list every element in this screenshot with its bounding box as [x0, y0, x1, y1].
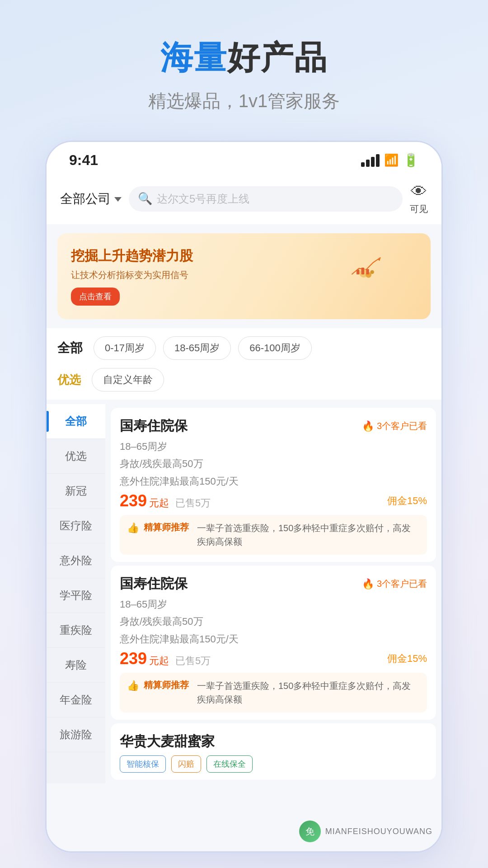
- banner-title: 挖掘上升趋势潜力股: [71, 247, 349, 265]
- svg-rect-6: [366, 269, 369, 274]
- top-nav: 全部公司 🔍 达尔文5号再度上线 👁 可见: [47, 173, 441, 224]
- filter-tag-0-17[interactable]: 0-17周岁: [94, 336, 156, 360]
- company-selector[interactable]: 全部公司: [60, 190, 122, 208]
- hero-title-blue: 海量: [160, 39, 227, 75]
- main-area: 全部 优选 新冠 医疗险 意外险 学平险 重疾险 寿险 年金险 旅游险: [47, 404, 441, 783]
- phone-wrapper: 9:41 📶 🔋 全部公司 🔍: [0, 132, 488, 868]
- banner-chart-svg: [349, 254, 385, 281]
- search-bar[interactable]: 🔍 达尔文5号再度上线: [129, 186, 403, 212]
- chevron-down-icon: [114, 197, 122, 202]
- status-bar: 9:41 📶 🔋: [47, 142, 441, 173]
- product-2-sold: 已售5万: [175, 655, 211, 666]
- thumbs-up-icon-1: 👍: [127, 522, 139, 534]
- eye-button[interactable]: 👁 可见: [410, 182, 428, 215]
- sidebar-item-xinguan[interactable]: 新冠: [47, 474, 105, 509]
- product-1-header: 国寿住院保 🔥 3个客户已看: [120, 417, 427, 435]
- eye-label: 可见: [410, 203, 428, 215]
- filter-tag-custom-age[interactable]: 自定义年龄: [92, 368, 164, 392]
- sidebar-item-shouxi[interactable]: 寿险: [47, 648, 105, 683]
- filter-tag-18-65[interactable]: 18-65周岁: [163, 336, 231, 360]
- sidebar-item-youxuan[interactable]: 优选: [47, 439, 105, 474]
- sidebar-item-yiliao[interactable]: 医疗险: [47, 509, 105, 543]
- hero-section: 海量好产品 精选爆品，1v1管家服务: [0, 0, 488, 132]
- status-time: 9:41: [69, 152, 98, 169]
- filter-row-1: 全部 0-17周岁 18-65周岁 66-100周岁: [47, 328, 441, 368]
- watermark-logo: 免: [299, 821, 321, 842]
- banner-button[interactable]: 点击查看: [71, 288, 120, 306]
- filter-area: 全部 0-17周岁 18-65周岁 66-100周岁 优选 自定义年龄: [47, 328, 441, 400]
- filter-all-label[interactable]: 全部: [57, 340, 83, 357]
- products-column: 国寿住院保 🔥 3个客户已看 18–65周岁 身故/残疾最高50万 意外住院津贴…: [105, 404, 441, 783]
- battery-icon: 🔋: [403, 153, 419, 168]
- eye-icon: 👁: [411, 182, 427, 201]
- sidebar-item-nianjin[interactable]: 年金险: [47, 683, 105, 717]
- fire-icon-2: 🔥: [362, 578, 374, 590]
- product-1-price-unit: 元起: [149, 497, 169, 509]
- company-label: 全部公司: [60, 190, 111, 208]
- fire-icon-1: 🔥: [362, 420, 374, 432]
- product-2-recommendation: 👍 精算师推荐 一辈子首选重疾险，150多种轻中重症多次赔付，高发疾病高保额: [120, 673, 427, 712]
- sidebar: 全部 优选 新冠 医疗险 意外险 学平险 重疾险 寿险 年金险 旅游险: [47, 404, 105, 783]
- filter-row-2: 优选 自定义年龄: [47, 368, 441, 400]
- product-2-header: 国寿住院保 🔥 3个客户已看: [120, 575, 427, 593]
- product-1-hot: 🔥 3个客户已看: [362, 420, 427, 432]
- hero-subtitle: 精选爆品，1v1管家服务: [27, 89, 461, 113]
- hero-title-rest: 好产品: [227, 39, 328, 75]
- svg-point-3: [370, 270, 374, 274]
- product-2-hot-text: 3个客户已看: [377, 578, 427, 590]
- product-1-rec-label: 精算师推荐: [144, 521, 189, 533]
- sidebar-item-xueping[interactable]: 学平险: [47, 578, 105, 613]
- tag-shancei: 闪赔: [171, 755, 201, 773]
- product-1-price-row: 239 元起 已售5万 佣金15%: [120, 491, 427, 510]
- filter-tag-66-100[interactable]: 66-100周岁: [238, 336, 312, 360]
- product-1-sold: 已售5万: [175, 497, 211, 509]
- product-1-rec-text: 一辈子首选重疾险，150多种轻中重症多次赔付，高发疾病高保额: [197, 521, 420, 548]
- product-3-tags: 智能核保 闪赔 在线保全: [120, 755, 427, 773]
- product-1-recommendation: 👍 精算师推荐 一辈子首选重疾险，150多种轻中重症多次赔付，高发疾病高保额: [120, 515, 427, 555]
- product-2-name: 国寿住院保: [120, 575, 188, 593]
- product-3-header: 华贵大麦甜蜜家: [120, 732, 427, 751]
- signal-icon: [361, 154, 380, 167]
- product-1-age: 18–65周岁: [120, 440, 427, 453]
- product-2-price-group: 239 元起 已售5万: [120, 649, 211, 668]
- hero-title: 海量好产品: [27, 36, 461, 80]
- wifi-icon: 📶: [384, 153, 399, 167]
- product-card-2[interactable]: 国寿住院保 🔥 3个客户已看 18–65周岁 身故/残疾最高50万 意外住院津贴…: [111, 566, 436, 720]
- product-1-hot-text: 3个客户已看: [377, 420, 427, 432]
- tag-zhineng: 智能核保: [120, 755, 166, 773]
- phone-frame: 9:41 📶 🔋 全部公司 🔍: [45, 141, 443, 853]
- search-placeholder: 达尔文5号再度上线: [157, 192, 249, 206]
- sidebar-item-all[interactable]: 全部: [47, 404, 105, 439]
- svg-rect-4: [357, 269, 359, 274]
- sidebar-item-yiwai[interactable]: 意外险: [47, 543, 105, 578]
- banner-subtitle: 让技术分析指标变为实用信号: [71, 269, 349, 281]
- thumbs-up-icon-2: 👍: [127, 680, 139, 692]
- product-card-1[interactable]: 国寿住院保 🔥 3个客户已看 18–65周岁 身故/残疾最高50万 意外住院津贴…: [111, 408, 436, 562]
- status-icons: 📶 🔋: [361, 153, 419, 168]
- watermark: 免 MIANFEISHOUYOUWANG: [299, 821, 432, 842]
- banner[interactable]: 挖掘上升趋势潜力股 让技术分析指标变为实用信号 点击查看: [57, 233, 431, 319]
- product-1-commission: 佣金15%: [387, 494, 427, 508]
- product-card-3[interactable]: 华贵大麦甜蜜家 智能核保 闪赔 在线保全: [111, 723, 436, 780]
- sidebar-item-lvyou[interactable]: 旅游险: [47, 717, 105, 752]
- product-2-age: 18–65周岁: [120, 598, 427, 611]
- banner-text: 挖掘上升趋势潜力股 让技术分析指标变为实用信号 点击查看: [71, 247, 349, 306]
- product-2-commission: 佣金15%: [387, 652, 427, 665]
- sidebar-item-zhongji[interactable]: 重疾险: [47, 613, 105, 648]
- product-2-desc2: 意外住院津贴最高150元/天: [120, 632, 427, 646]
- product-2-rec-label: 精算师推荐: [144, 679, 189, 691]
- product-3-name: 华贵大麦甜蜜家: [120, 732, 215, 751]
- product-1-name: 国寿住院保: [120, 417, 188, 435]
- product-1-desc1: 身故/残疾最高50万: [120, 456, 427, 471]
- banner-image: [349, 254, 417, 299]
- product-2-price-unit: 元起: [149, 655, 169, 666]
- product-2-hot: 🔥 3个客户已看: [362, 578, 427, 590]
- watermark-text: MIANFEISHOUYOUWANG: [325, 827, 432, 836]
- product-1-price-group: 239 元起 已售5万: [120, 491, 211, 510]
- product-1-price: 239: [120, 491, 147, 510]
- product-1-desc2: 意外住院津贴最高150元/天: [120, 474, 427, 489]
- search-icon: 🔍: [138, 192, 152, 206]
- filter-youxuan-label[interactable]: 优选: [57, 372, 81, 388]
- product-2-desc1: 身故/残疾最高50万: [120, 614, 427, 629]
- product-2-price: 239: [120, 649, 147, 668]
